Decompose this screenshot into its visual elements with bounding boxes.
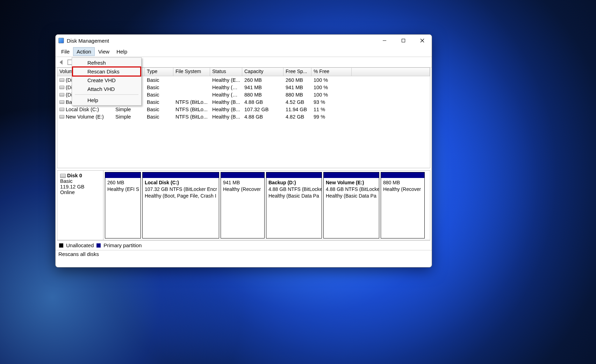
partition-line2: Healthy (Basic Data Pa: [268, 193, 319, 199]
minimize-icon: [382, 38, 387, 43]
volume-type: Basic: [145, 114, 173, 120]
volume-name: (Di: [66, 85, 72, 90]
disk-management-window: Disk Management File Action View Help: [55, 34, 432, 267]
partition[interactable]: Backup (D:)4.88 GB NTFS (BitLockeHealthy…: [266, 172, 322, 238]
menu-action[interactable]: Action: [73, 47, 95, 56]
volume-name: (Di: [66, 77, 72, 83]
partition[interactable]: 941 MBHealthy (Recover: [221, 172, 265, 238]
back-arrow-icon: [58, 58, 65, 66]
volume-status: Healthy (B...: [210, 107, 242, 112]
partition-header: [105, 172, 141, 178]
menu-attach-vhd[interactable]: Attach VHD: [73, 85, 141, 93]
volume-row[interactable]: New Volume (E:)SimpleBasicNTFS (BitLo...…: [57, 113, 430, 120]
drive-icon: [59, 78, 64, 82]
disk-panel: Disk 0 Basic 119.12 GB Online 260 MBHeal…: [57, 170, 430, 240]
partition-map: 260 MBHealthy (EFI SLocal Disk (C:)107.3…: [103, 171, 430, 240]
col-filesystem[interactable]: File System: [173, 68, 210, 76]
swatch-unallocated: [59, 243, 63, 248]
minimize-button[interactable]: [375, 35, 394, 47]
menu-create-vhd[interactable]: Create VHD: [73, 76, 141, 85]
volume-capacity: 107.32 GB: [242, 107, 283, 112]
legend-unallocated: Unallocated: [66, 242, 94, 248]
volume-pct: 100 %: [311, 92, 352, 98]
status-text: Rescans all disks: [58, 251, 99, 257]
menu-help[interactable]: Help: [113, 47, 131, 56]
volume-pct: 93 %: [311, 99, 352, 105]
volume-pct: 100 %: [311, 77, 352, 83]
partition-header: [143, 172, 219, 178]
volume-fs: NTFS (BitLo...: [173, 99, 210, 105]
partition-line2: Healthy (EFI S: [107, 186, 139, 192]
volume-free: 11.94 GB: [283, 107, 311, 112]
drive-icon: [59, 115, 64, 119]
partition-line2: Healthy (Boot, Page File, Crash I: [145, 193, 216, 199]
volume-status: Healthy (E...: [210, 77, 242, 83]
close-button[interactable]: [413, 35, 432, 47]
volume-free: 260 MB: [283, 77, 311, 83]
partition[interactable]: Local Disk (C:)107.32 GB NTFS (BitLocker…: [142, 172, 219, 238]
col-free[interactable]: Free Sp...: [283, 68, 311, 76]
volume-capacity: 4.88 GB: [242, 114, 283, 120]
status-bar: Rescans all disks: [56, 250, 432, 258]
partition[interactable]: New Volume (E:)4.88 GB NTFS (BitLockeHea…: [323, 172, 379, 238]
volume-status: Healthy (B...: [210, 114, 242, 120]
drive-icon: [59, 93, 64, 97]
menu-separator: [75, 94, 138, 95]
partition-line2: Healthy (Basic Data Pa: [326, 193, 376, 199]
volume-pct: 11 %: [311, 107, 352, 112]
volume-status: Healthy (R...: [210, 85, 242, 90]
volume-name: New Volume (E:): [66, 114, 104, 120]
volume-row[interactable]: Local Disk (C:)SimpleBasicNTFS (BitLo...…: [57, 106, 430, 113]
volume-layout: Simple: [113, 114, 145, 120]
volume-type: Basic: [145, 99, 173, 105]
partition-header: [266, 172, 322, 178]
volume-name: Ba: [66, 99, 72, 105]
disk-info[interactable]: Disk 0 Basic 119.12 GB Online: [57, 171, 103, 240]
volume-fs: NTFS (BitLo...: [173, 107, 210, 112]
partition-line1: 880 MB: [383, 180, 400, 185]
col-capacity[interactable]: Capacity: [242, 68, 283, 76]
col-type[interactable]: Type: [145, 68, 173, 76]
col-spacer: [352, 68, 430, 76]
action-menu-dropdown: Refresh Rescan Disks Create VHD Attach V…: [72, 57, 142, 106]
partition-line1: 260 MB: [107, 180, 124, 185]
partition-title: New Volume (E:): [326, 180, 364, 185]
volume-free: 4.52 GB: [283, 99, 311, 105]
partition-line2: Healthy (Recover: [223, 186, 261, 192]
volume-status: Healthy (B...: [210, 99, 242, 105]
legend: Unallocated Primary partition: [57, 240, 430, 250]
close-icon: [420, 38, 424, 43]
volume-free: 941 MB: [283, 85, 311, 90]
menubar: File Action View Help: [56, 47, 432, 57]
maximize-button[interactable]: [394, 35, 413, 47]
partition-line1: 941 MB: [223, 180, 240, 185]
volume-layout: Simple: [113, 107, 145, 112]
drive-icon: [59, 100, 64, 104]
partition-line1: 4.88 GB NTFS (BitLocke: [326, 186, 379, 192]
menu-help-item[interactable]: Help: [73, 96, 141, 105]
partition-line2: Healthy (Recover: [383, 186, 421, 192]
menu-view[interactable]: View: [95, 47, 113, 56]
menu-refresh[interactable]: Refresh: [73, 58, 141, 67]
menu-file[interactable]: File: [58, 47, 73, 56]
partition[interactable]: 260 MBHealthy (EFI S: [105, 172, 141, 238]
drive-icon: [59, 108, 64, 111]
volume-pct: 99 %: [311, 114, 352, 120]
menu-rescan-disks[interactable]: Rescan Disks: [73, 67, 141, 76]
disk-type: Basic: [60, 178, 100, 184]
legend-primary: Primary partition: [103, 242, 142, 248]
col-pct-free[interactable]: % Free: [311, 68, 352, 76]
partition-title: Backup (D:): [268, 180, 296, 185]
toolbar-back-button[interactable]: [58, 58, 65, 66]
col-status[interactable]: Status: [210, 68, 242, 76]
partition-line1: 4.88 GB NTFS (BitLocke: [268, 186, 322, 192]
volume-free: 4.82 GB: [283, 114, 311, 120]
volume-capacity: 4.88 GB: [242, 99, 283, 105]
partition[interactable]: 880 MBHealthy (Recover: [381, 172, 425, 238]
volume-capacity: 260 MB: [242, 77, 283, 83]
disk-name: Disk 0: [67, 173, 82, 178]
app-icon: [58, 38, 64, 43]
window-title: Disk Management: [67, 38, 109, 44]
svg-rect-1: [402, 39, 405, 42]
window-controls: [375, 35, 432, 47]
